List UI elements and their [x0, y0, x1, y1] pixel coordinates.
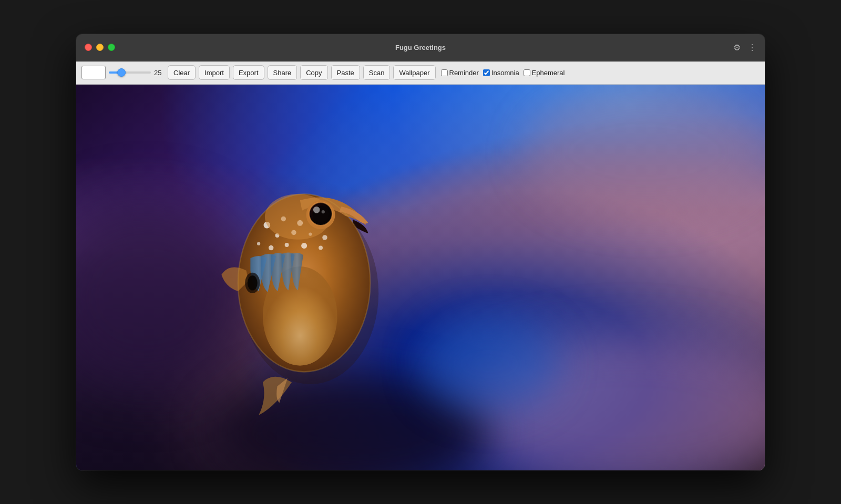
maximize-button[interactable] [108, 44, 115, 51]
reminder-checkbox-label[interactable]: Reminder [441, 69, 479, 77]
fish-svg [145, 142, 455, 432]
color-swatch[interactable] [81, 66, 106, 79]
reminder-checkbox[interactable] [441, 69, 448, 76]
titlebar: Fugu Greetings ⚙ ⋮ [76, 34, 765, 61]
ephemeral-checkbox-label[interactable]: Ephemeral [524, 69, 565, 77]
slider-container: 25 [109, 69, 165, 77]
svg-point-14 [301, 243, 307, 249]
import-button[interactable]: Import [199, 65, 230, 80]
fish-scene [76, 85, 765, 470]
insomnia-label: Insomnia [491, 69, 519, 77]
svg-point-13 [257, 242, 260, 245]
reminder-label: Reminder [449, 69, 479, 77]
fish-container [145, 142, 455, 432]
size-slider[interactable] [109, 71, 151, 74]
svg-point-10 [322, 235, 327, 240]
slider-value: 25 [154, 69, 165, 77]
svg-point-25 [248, 275, 258, 290]
app-window: Fugu Greetings ⚙ ⋮ 25 Clear Import Expor… [76, 34, 765, 470]
svg-point-21 [322, 210, 325, 213]
share-button[interactable]: Share [268, 65, 298, 80]
content-area[interactable] [76, 85, 765, 470]
checkbox-group: Reminder Insomnia Ephemeral [441, 69, 565, 77]
ephemeral-label: Ephemeral [532, 69, 565, 77]
window-title: Fugu Greetings [395, 44, 446, 52]
svg-point-15 [319, 245, 323, 250]
svg-point-11 [269, 245, 273, 250]
paste-button[interactable]: Paste [331, 65, 360, 80]
copy-button[interactable]: Copy [300, 65, 327, 80]
window-controls-right: ⚙ ⋮ [733, 43, 756, 53]
ephemeral-checkbox[interactable] [524, 69, 530, 76]
traffic-lights [85, 44, 115, 51]
insomnia-checkbox[interactable] [483, 69, 490, 76]
menu-icon[interactable]: ⋮ [748, 43, 756, 53]
clear-button[interactable]: Clear [168, 65, 196, 80]
insomnia-checkbox-label[interactable]: Insomnia [483, 69, 519, 77]
svg-point-20 [313, 206, 320, 213]
minimize-button[interactable] [96, 44, 104, 51]
export-button[interactable]: Export [233, 65, 264, 80]
svg-point-12 [285, 243, 289, 247]
extensions-icon[interactable]: ⚙ [733, 43, 741, 53]
wallpaper-button[interactable]: Wallpaper [393, 65, 435, 80]
toolbar: 25 Clear Import Export Share Copy Paste … [76, 61, 765, 85]
scan-button[interactable]: Scan [363, 65, 391, 80]
close-button[interactable] [85, 44, 92, 51]
blur-coral-tr [524, 85, 765, 220]
